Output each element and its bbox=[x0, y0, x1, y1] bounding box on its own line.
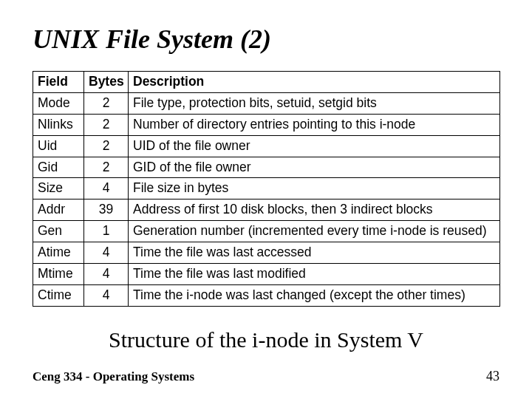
cell-desc: Time the file was last accessed bbox=[129, 242, 500, 264]
cell-desc: Time the file was last modified bbox=[129, 263, 500, 284]
cell-desc: UID of the file owner bbox=[129, 135, 500, 157]
cell-field: Ctime bbox=[33, 284, 84, 306]
table-row: Addr 39 Address of first 10 disk blocks,… bbox=[33, 200, 500, 221]
table-row: Ctime 4 Time the i-node was last changed… bbox=[33, 284, 500, 306]
page-title: UNIX File System (2) bbox=[33, 24, 499, 55]
cell-desc: Generation number (incremented every tim… bbox=[129, 221, 500, 242]
cell-bytes: 1 bbox=[84, 221, 129, 242]
table-row: Uid 2 UID of the file owner bbox=[33, 135, 500, 157]
cell-bytes: 2 bbox=[84, 114, 129, 135]
cell-desc: File size in bytes bbox=[129, 178, 500, 200]
cell-bytes: 4 bbox=[84, 242, 129, 264]
cell-bytes: 4 bbox=[84, 178, 129, 200]
cell-desc: GID of the file owner bbox=[129, 157, 500, 178]
slide: UNIX File System (2) Field Bytes Descrip… bbox=[0, 0, 532, 399]
table-row: Mtime 4 Time the file was last modified bbox=[33, 263, 500, 284]
cell-desc: Address of first 10 disk blocks, then 3 … bbox=[129, 200, 500, 221]
col-header-bytes: Bytes bbox=[84, 72, 129, 93]
col-header-field: Field bbox=[33, 72, 84, 93]
table-row: Size 4 File size in bytes bbox=[33, 178, 500, 200]
inode-table: Field Bytes Description Mode 2 File type… bbox=[33, 71, 500, 307]
cell-field: Gid bbox=[33, 157, 84, 178]
cell-bytes: 2 bbox=[84, 157, 129, 178]
table-row: Atime 4 Time the file was last accessed bbox=[33, 242, 500, 264]
course-label: Ceng 334 - Operating Systems bbox=[33, 369, 194, 383]
cell-bytes: 39 bbox=[84, 200, 129, 221]
cell-field: Gen bbox=[33, 221, 84, 242]
cell-field: Mode bbox=[33, 92, 84, 114]
cell-field: Atime bbox=[33, 242, 84, 264]
col-header-desc: Description bbox=[129, 72, 500, 93]
cell-desc: File type, protection bits, setuid, setg… bbox=[129, 92, 500, 114]
cell-field: Mtime bbox=[33, 263, 84, 284]
table-row: Gid 2 GID of the file owner bbox=[33, 157, 500, 178]
cell-field: Nlinks bbox=[33, 114, 84, 135]
cell-field: Size bbox=[33, 178, 84, 200]
table-row: Nlinks 2 Number of directory entries poi… bbox=[33, 114, 500, 135]
cell-bytes: 4 bbox=[84, 263, 129, 284]
cell-bytes: 2 bbox=[84, 135, 129, 157]
cell-desc: Number of directory entries pointing to … bbox=[129, 114, 500, 135]
table-row: Gen 1 Generation number (incremented eve… bbox=[33, 221, 500, 242]
table-row: Mode 2 File type, protection bits, setui… bbox=[33, 92, 500, 114]
caption: Structure of the i-node in System V bbox=[33, 327, 499, 352]
table-header-row: Field Bytes Description bbox=[33, 72, 500, 93]
cell-desc: Time the i-node was last changed (except… bbox=[129, 284, 500, 306]
cell-field: Uid bbox=[33, 135, 84, 157]
cell-bytes: 2 bbox=[84, 92, 129, 114]
cell-bytes: 4 bbox=[84, 284, 129, 306]
page-number: 43 bbox=[486, 369, 499, 384]
cell-field: Addr bbox=[33, 200, 84, 221]
footer: Ceng 334 - Operating Systems 43 bbox=[33, 369, 499, 384]
